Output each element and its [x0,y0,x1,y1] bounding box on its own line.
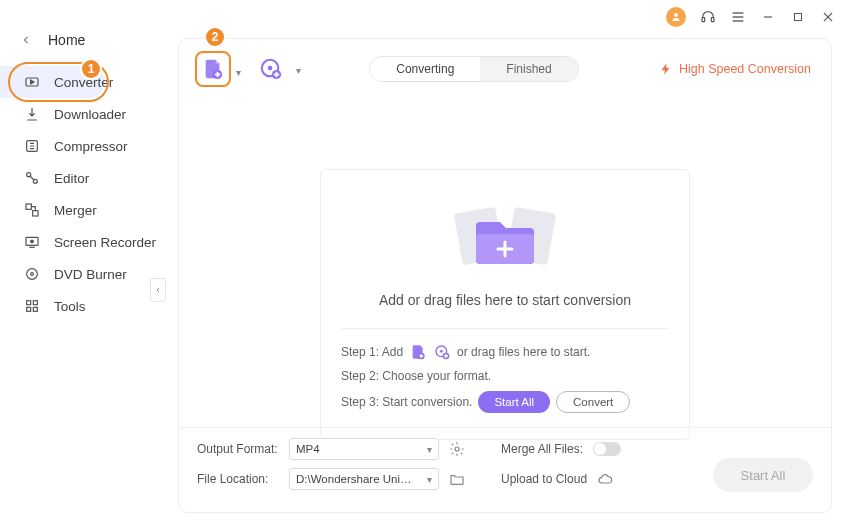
sidebar-item-screen-recorder[interactable]: Screen Recorder [0,226,165,258]
chevron-down-icon: ▾ [236,67,241,78]
start-all-button[interactable]: Start All [713,458,813,492]
svg-marker-10 [31,80,34,84]
step-badge-2: 2 [204,26,226,48]
sidebar: Home Converter Downloader Compressor Edi… [0,0,165,527]
step-3-text: Step 3: Start conversion. [341,395,472,409]
footer: Output Format: MP4 ▾ Merge All Files: Fi… [179,427,831,512]
chevron-down-icon: ▾ [427,444,432,455]
add-file-icon [409,343,427,361]
tab-converting[interactable]: Converting [370,57,480,81]
add-dvd-icon [260,58,282,80]
add-dvd-button[interactable]: ▾ [253,51,289,87]
svg-point-35 [440,350,443,353]
svg-line-14 [30,176,34,180]
svg-point-20 [27,269,38,280]
tools-icon [24,298,40,314]
settings-gear-icon[interactable] [449,441,465,457]
sidebar-item-tools[interactable]: Tools [0,290,165,322]
step-1-post: or drag files here to start. [457,345,590,359]
cloud-icon[interactable] [597,471,613,487]
upload-cloud-label: Upload to Cloud [501,472,587,486]
screen-recorder-icon [24,234,40,250]
user-avatar-icon[interactable] [666,7,686,27]
maximize-icon[interactable] [790,9,806,25]
svg-point-37 [455,447,459,451]
editor-icon [24,170,40,186]
headset-icon[interactable] [700,9,716,25]
svg-rect-23 [33,301,37,305]
sidebar-item-dvd-burner[interactable]: DVD Burner [0,258,165,290]
step-1-pre: Step 1: Add [341,345,403,359]
add-dvd-icon [433,343,451,361]
minimize-icon[interactable] [760,9,776,25]
sidebar-item-label: Merger [54,203,97,218]
window-titlebar [666,0,850,28]
close-icon[interactable] [820,9,836,25]
high-speed-label: High Speed Conversion [679,62,811,76]
svg-rect-6 [795,14,802,21]
menu-icon[interactable] [730,9,746,25]
downloader-icon [24,106,40,122]
converter-icon [24,74,40,90]
compressor-icon [24,138,40,154]
sidebar-collapse-button[interactable] [150,278,166,302]
sidebar-item-label: Editor [54,171,89,186]
svg-rect-1 [711,18,714,22]
lightning-icon [659,62,673,76]
sidebar-item-label: Downloader [54,107,126,122]
step-2: Step 2: Choose your format. [341,369,669,383]
svg-rect-15 [26,204,31,209]
sidebar-item-label: Screen Recorder [54,235,156,250]
step-1: Step 1: Add or drag files here to start. [341,343,669,361]
sidebar-item-downloader[interactable]: Downloader [0,98,165,130]
sidebar-item-merger[interactable]: Merger [0,194,165,226]
svg-point-28 [268,66,273,71]
merger-icon [24,202,40,218]
svg-rect-24 [27,307,31,311]
sidebar-item-compressor[interactable]: Compressor [0,130,165,162]
step-badge-1: 1 [80,58,102,80]
add-file-icon [202,58,224,80]
svg-rect-22 [27,301,31,305]
add-file-button[interactable]: ▾ [195,51,231,87]
svg-point-21 [31,273,34,276]
status-tabs: Converting Finished [369,56,578,82]
sidebar-item-editor[interactable]: Editor [0,162,165,194]
chevron-down-icon: ▾ [296,65,301,76]
dropzone[interactable]: Add or drag files here to start conversi… [320,169,690,440]
convert-pill[interactable]: Convert [556,391,630,413]
divider [341,328,669,329]
main-panel: ▾ ▾ Converting Finished High Speed Conve… [178,38,832,513]
file-location-value: D:\Wondershare UniConverter 1 [296,473,416,485]
file-location-select[interactable]: D:\Wondershare UniConverter 1 ▾ [289,468,439,490]
svg-rect-16 [33,211,38,216]
dropzone-title: Add or drag files here to start conversi… [341,292,669,308]
merge-all-toggle[interactable] [593,442,621,456]
sidebar-item-label: Compressor [54,139,128,154]
start-all-pill[interactable]: Start All [478,391,550,413]
dvd-burner-icon [24,266,40,282]
sidebar-item-label: DVD Burner [54,267,127,282]
high-speed-conversion-button[interactable]: High Speed Conversion [659,62,815,76]
output-format-value: MP4 [296,443,320,455]
back-icon [20,34,32,46]
svg-point-18 [31,240,34,243]
tab-finished[interactable]: Finished [480,57,577,81]
merge-all-label: Merge All Files: [501,442,583,456]
svg-rect-0 [702,18,705,22]
output-format-select[interactable]: MP4 ▾ [289,438,439,460]
step-3: Step 3: Start conversion. Start All Conv… [341,391,669,413]
file-location-label: File Location: [197,472,279,486]
open-folder-icon[interactable] [449,471,465,487]
svg-rect-25 [33,307,37,311]
home-button[interactable]: Home [0,24,165,66]
folder-illustration [341,194,669,274]
sidebar-item-label: Tools [54,299,86,314]
toolbar: ▾ ▾ Converting Finished High Speed Conve… [179,39,831,99]
output-format-label: Output Format: [197,442,279,456]
chevron-down-icon: ▾ [427,474,432,485]
home-label: Home [48,32,85,48]
